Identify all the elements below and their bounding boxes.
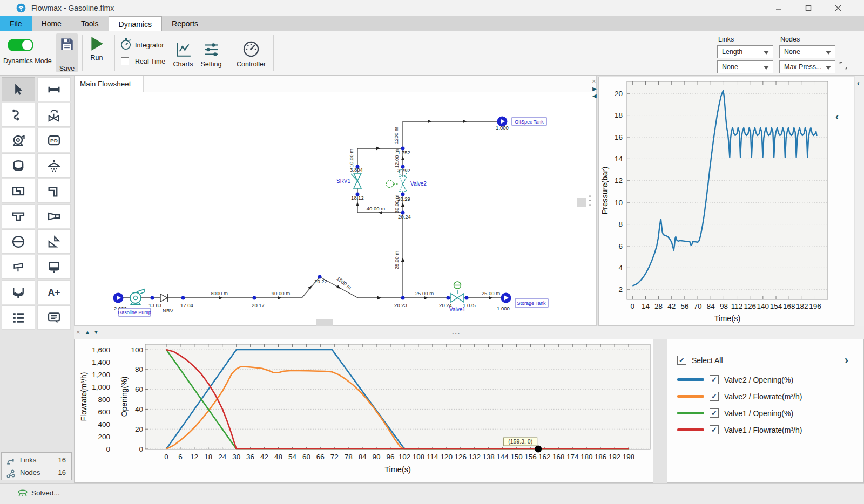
- legend-item[interactable]: ✓Valve1 / Flowrate(m³/h): [677, 425, 802, 434]
- legend-item[interactable]: ✓Valve2 / Opening(%): [677, 375, 793, 384]
- collapse-left-icon[interactable]: ◀: [592, 93, 597, 99]
- vertical-splitter-handle[interactable]: [589, 195, 591, 206]
- tab-tools[interactable]: Tools: [71, 16, 109, 31]
- tee-tool[interactable]: [2, 204, 35, 228]
- check-valve-symbol[interactable]: [160, 294, 167, 302]
- weir-tool[interactable]: [2, 255, 35, 279]
- pump-symbol[interactable]: [130, 289, 144, 305]
- y-tick-label: 2: [618, 285, 623, 294]
- menu-tab-bar: FileHomeToolsDynamicsReports: [0, 16, 864, 31]
- orifice-tool[interactable]: [2, 229, 35, 254]
- nodes-select-1[interactable]: None: [779, 45, 835, 58]
- route-tool[interactable]: [2, 103, 35, 127]
- links-select-1[interactable]: Length: [717, 45, 773, 58]
- check-valve-tool[interactable]: [37, 229, 71, 254]
- valve1-label: Valve1: [449, 307, 465, 312]
- srv1-symbol[interactable]: [351, 173, 361, 188]
- select-all-checkbox[interactable]: ✓: [677, 356, 686, 365]
- horizontal-splitter[interactable]: × ▲ ▼: [74, 326, 864, 339]
- pipe-label: 90.00 m: [272, 290, 290, 296]
- flowsheet-canvas[interactable]: 13.83 17.04 20.17 20.22 20.23 20.24 1.07…: [75, 92, 597, 326]
- legend-swatch: [677, 395, 704, 398]
- tab-dynamics[interactable]: Dynamics: [109, 16, 162, 31]
- outlet-tool[interactable]: [2, 280, 35, 304]
- pressure-chart: 2468101214161820014284256708498112126140…: [599, 77, 854, 325]
- right-scroll-thumb[interactable]: [577, 198, 586, 207]
- table-tool[interactable]: [2, 305, 35, 330]
- y-tick-label: 8: [618, 220, 623, 228]
- node-dot[interactable]: [447, 296, 450, 300]
- series-legend-panel: ✓ Select All › ✓Valve2 / Opening(%)✓Valv…: [667, 339, 864, 483]
- real-time-checkbox[interactable]: [121, 57, 129, 65]
- dynamics-mode-toggle[interactable]: [8, 39, 33, 51]
- splitter-handle-dots[interactable]: ⋯: [451, 328, 461, 338]
- nodes-counter-label: Nodes: [20, 468, 40, 476]
- node-dot[interactable]: [401, 296, 405, 300]
- node-dot[interactable]: [181, 296, 185, 300]
- tab-file[interactable]: File: [0, 16, 32, 31]
- setting-button[interactable]: Setting: [199, 41, 224, 68]
- reducer-tool[interactable]: [37, 204, 71, 228]
- vessel-tool[interactable]: [2, 153, 35, 178]
- source-symbol[interactable]: [113, 293, 124, 303]
- legend-item[interactable]: ✓Valve2 / Flowrate(m³/h): [677, 392, 802, 401]
- display-tool[interactable]: [37, 255, 71, 279]
- x-tick-label: 66: [316, 453, 325, 461]
- legend-checkbox[interactable]: ✓: [710, 375, 719, 384]
- run-button[interactable]: Run: [85, 36, 108, 62]
- tab-reports[interactable]: Reports: [162, 16, 208, 31]
- legend-expand-chevron[interactable]: ›: [845, 353, 848, 367]
- y-tick-label: 18: [615, 111, 623, 119]
- offspec-tank-label: OffSpec Tank: [515, 119, 544, 125]
- node-dot[interactable]: [465, 296, 469, 300]
- nozzle-tool[interactable]: [37, 153, 71, 178]
- legend-label: Valve2 / Flowrate(m³/h): [724, 392, 802, 401]
- expand-right-icon[interactable]: ▶: [592, 86, 597, 92]
- pipe-bottom-main[interactable]: [123, 277, 501, 298]
- pd-pump-tool[interactable]: PD: [37, 128, 71, 152]
- heat-exchanger-tool[interactable]: [2, 179, 35, 203]
- save-button[interactable]: Save: [56, 33, 78, 72]
- controller-button[interactable]: Controller: [234, 40, 268, 68]
- select-all-row[interactable]: ✓ Select All: [677, 356, 723, 365]
- valve1-symbol[interactable]: [451, 282, 464, 302]
- legend-checkbox[interactable]: ✓: [710, 425, 719, 434]
- expand-panel-icon[interactable]: [839, 62, 847, 70]
- legend-item[interactable]: ✓Valve1 / Opening(%): [677, 408, 793, 418]
- pipe-tool[interactable]: [37, 77, 71, 101]
- minimize-button[interactable]: [770, 2, 788, 14]
- close-button[interactable]: [829, 2, 847, 14]
- close-bottom-panel-icon[interactable]: ×: [76, 329, 80, 336]
- nodes-select-2[interactable]: Max Press...: [779, 60, 835, 73]
- elbow-tool[interactable]: [37, 179, 71, 203]
- bottom-scroll-thumb[interactable]: [316, 319, 333, 326]
- node-dot[interactable]: [151, 296, 154, 300]
- pump-tool[interactable]: [2, 128, 35, 152]
- collapse-down-icon[interactable]: ▼: [93, 329, 99, 335]
- text-tool[interactable]: A+: [37, 280, 71, 304]
- collapse-strip-chevron[interactable]: ‹: [857, 79, 864, 87]
- legend-checkbox[interactable]: ✓: [710, 408, 719, 418]
- node-dots[interactable]: [151, 147, 469, 300]
- right-collapse-strip[interactable]: ‹: [855, 76, 864, 326]
- close-pressure-panel-icon[interactable]: ×: [592, 78, 596, 85]
- collapse-chart-chevron[interactable]: ‹: [835, 111, 839, 122]
- links-select-2-value: None: [722, 63, 738, 71]
- pump-icon: [11, 133, 26, 148]
- pipes[interactable]: [123, 121, 501, 298]
- equipment[interactable]: [113, 117, 511, 305]
- links-select-2[interactable]: None: [717, 60, 773, 73]
- storage-sink-symbol[interactable]: [501, 293, 511, 303]
- flowsheet-panel: Main Flowsheet: [74, 76, 597, 326]
- legend-checkbox[interactable]: ✓: [710, 392, 719, 401]
- control-valve-tool[interactable]: [37, 103, 71, 127]
- charts-button[interactable]: Charts: [171, 41, 195, 68]
- node-dot[interactable]: [253, 296, 256, 300]
- comment-tool[interactable]: [37, 305, 71, 330]
- ribbon-toolbar: Dynamics Mode Save Run: [0, 31, 864, 76]
- maximize-button[interactable]: [799, 2, 818, 14]
- expand-up-icon[interactable]: ▲: [85, 329, 90, 335]
- flowsheet-tab[interactable]: Main Flowsheet: [75, 76, 144, 92]
- tab-home[interactable]: Home: [32, 16, 71, 31]
- select-cursor-tool[interactable]: [2, 77, 35, 101]
